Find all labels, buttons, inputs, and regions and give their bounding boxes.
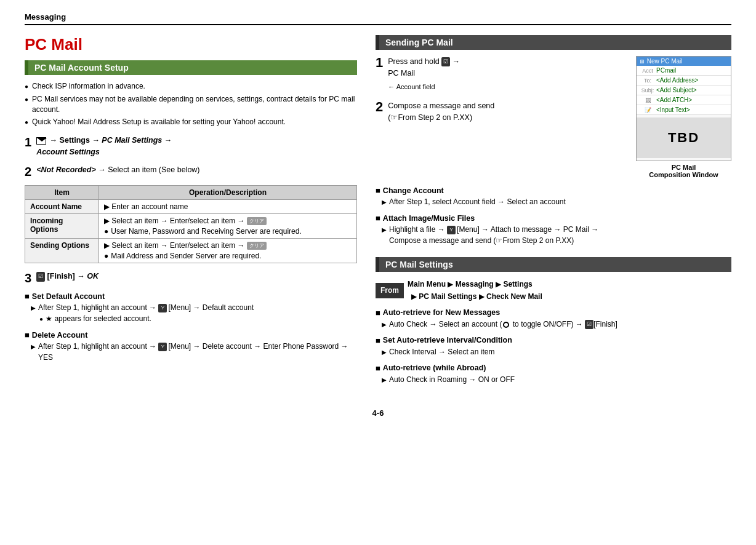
clear-icon: クリア	[247, 217, 267, 225]
table-cell-desc: ▶ Enter an account name	[99, 199, 357, 213]
mail-window-row: 📝 <Input Text>	[637, 105, 731, 115]
tbd-box: TBD	[637, 117, 731, 158]
page-container: Messaging PC Mail PC Mail Account Setup …	[25, 12, 731, 418]
table-cell-desc: ▶ Select an item → Enter/select an item …	[99, 213, 357, 238]
sub-body-delete: After Step 1, highlight an account → Y[M…	[25, 341, 357, 363]
sub-title-delete: Delete Account	[25, 330, 357, 340]
finish-icon: ☑	[441, 57, 450, 67]
sub-body-abroad: Auto Check in Roaming → ON or OFF	[376, 374, 731, 385]
settings-label: PC Mail Settings	[385, 260, 453, 269]
sub-body-attach: Highlight a file → Y[Menu] → Attach to m…	[376, 224, 731, 246]
account-setup-label: PC Mail Account Setup	[34, 63, 129, 73]
sub-body-interval: Check Interval → Select an item	[376, 346, 731, 357]
table-header-desc: Operation/Description	[99, 185, 357, 199]
mail-window-row: To: <Add Address>	[637, 76, 731, 86]
sending-section-header: Sending PC Mail	[376, 35, 731, 50]
bullet-item: PC Mail services may not be available de…	[25, 94, 357, 115]
from-row: From Main Menu ▶ Messaging ▶ Settings ▶ …	[376, 278, 731, 303]
step2-number: 2	[25, 164, 31, 179]
send-step1-number: 1	[376, 56, 383, 70]
from-path: Main Menu ▶ Messaging ▶ Settings ▶ PC Ma…	[408, 278, 542, 303]
composition-steps: 1 Press and hold ☑ → PC Mail ← Account f…	[376, 56, 624, 132]
step1-row: 1 → Settings → PC Mail Settings → Accoun…	[25, 135, 357, 158]
sub-body-default: After Step 1, highlight an account → Y[M…	[25, 302, 357, 324]
sub-title-abroad: Auto-retrieve (while Abroad)	[376, 364, 731, 373]
step1-content: → Settings → PC Mail Settings → Account …	[36, 135, 172, 158]
sub-section-change-account: Change Account After Step 1, select Acco…	[376, 186, 731, 207]
section-account-setup-header: PC Mail Account Setup	[25, 60, 357, 75]
sub-title-interval: Set Auto-retrieve Interval/Condition	[376, 336, 731, 345]
mail-window-caption: PC MailComposition Window	[636, 164, 731, 178]
from-badge: From	[376, 283, 404, 298]
mail-window-row: 🖼 <Add ATCH>	[637, 95, 731, 105]
mail-window: 🗉 New PC Mail Acct PCmail To: <Add Addre…	[636, 56, 731, 178]
mail-window-row: Acct PCmail	[637, 66, 731, 76]
radio-icon	[503, 322, 509, 328]
send-step1: 1 Press and hold ☑ → PC Mail ← Account f…	[376, 56, 624, 92]
mail-window-title: 🗉 New PC Mail	[637, 57, 731, 66]
menu-icon: Y	[158, 343, 167, 351]
sub-section-attach: Attach Image/Music Files Highlight a fil…	[376, 213, 731, 246]
send-step2: 2 Compose a message and send (☞From Step…	[376, 100, 624, 124]
main-title: PC Mail	[25, 35, 357, 54]
table-cell-desc: ▶ Select an item → Enter/select an item …	[99, 239, 357, 263]
sub-section-auto-retrieve: Auto-retrieve for New Messages Auto Chec…	[376, 308, 731, 330]
table-row: Account Name ▶ Enter an account name	[25, 199, 357, 213]
table-row: Sending Options ▶ Select an item → Enter…	[25, 239, 357, 263]
finish-icon: ☑	[585, 320, 593, 330]
menu-icon: Y	[447, 226, 456, 234]
sending-label: Sending PC Mail	[385, 38, 453, 47]
bullet-item: Quick Yahoo! Mail Address Setup is avail…	[25, 117, 357, 127]
table-row: IncomingOptions ▶ Select an item → Enter…	[25, 213, 357, 238]
table-header-item: Item	[25, 185, 99, 199]
table-cell-item: Account Name	[25, 199, 99, 213]
sub-body-change-account: After Step 1, select Account field → Sel…	[376, 196, 731, 207]
two-column-layout: PC Mail PC Mail Account Setup Check ISP …	[25, 35, 731, 396]
step1-block: 1 → Settings → PC Mail Settings → Accoun…	[25, 135, 357, 158]
sub-body-auto-retrieve: Auto Check → Select an account ( to togg…	[376, 319, 731, 330]
finish-icon: ☑	[36, 272, 45, 282]
mail-window-image: 🗉 New PC Mail Acct PCmail To: <Add Addre…	[636, 56, 731, 161]
step2-row: 2 <Not Recorded> → Select an item (See b…	[25, 164, 357, 179]
settings-section: PC Mail Settings From Main Menu ▶ Messag…	[376, 257, 731, 385]
sub-title-change-account: Change Account	[376, 186, 731, 195]
step2-block: 2 <Not Recorded> → Select an item (See b…	[25, 164, 357, 179]
table-cell-item: Sending Options	[25, 239, 99, 263]
send-step2-number: 2	[376, 100, 383, 114]
sub-section-default: Set Default Account After Step 1, highli…	[25, 292, 357, 324]
account-field-label: ← Account field	[388, 82, 460, 92]
sub-section-delete: Delete Account After Step 1, highlight a…	[25, 330, 357, 363]
composition-area: 1 Press and hold ☑ → PC Mail ← Account f…	[376, 56, 731, 178]
step3-content: ☑ [Finish] → OK	[36, 271, 99, 282]
header-title: Messaging	[25, 12, 66, 22]
sub-title-auto-retrieve: Auto-retrieve for New Messages	[376, 308, 731, 317]
step1-number: 1	[25, 135, 31, 149]
sub-section-abroad: Auto-retrieve (while Abroad) Auto Check …	[376, 364, 731, 385]
sending-section: Sending PC Mail 1 Press and hold ☑ → PC …	[376, 35, 731, 246]
step3-number: 3	[25, 271, 31, 285]
page-header: Messaging	[25, 12, 731, 25]
mail-icon	[36, 137, 46, 145]
send-step2-content: Compose a message and send (☞From Step 2…	[388, 100, 494, 124]
setup-table: Item Operation/Description Account Name …	[25, 185, 357, 264]
step2-content: <Not Recorded> → Select an item (See bel…	[36, 164, 199, 176]
left-column: PC Mail PC Mail Account Setup Check ISP …	[25, 35, 357, 396]
sub-section-interval: Set Auto-retrieve Interval/Condition Che…	[376, 336, 731, 357]
page-number: 4-6	[25, 408, 731, 418]
mail-window-row: Subj: <Add Subject>	[637, 86, 731, 95]
menu-icon: Y	[158, 304, 167, 312]
clear-icon: クリア	[247, 242, 267, 250]
step3-row: 3 ☑ [Finish] → OK	[25, 271, 357, 285]
bullet-item: Check ISP information in advance.	[25, 81, 357, 92]
sub-title-attach: Attach Image/Music Files	[376, 213, 731, 223]
right-column: Sending PC Mail 1 Press and hold ☑ → PC …	[376, 35, 731, 396]
step3-block: 3 ☑ [Finish] → OK	[25, 271, 357, 285]
settings-section-header: PC Mail Settings	[376, 257, 731, 272]
table-cell-item: IncomingOptions	[25, 213, 99, 238]
bullet-list: Check ISP information in advance. PC Mai…	[25, 81, 357, 127]
send-step1-content: Press and hold ☑ → PC Mail ← Account fie…	[388, 56, 460, 92]
sub-title-default: Set Default Account	[25, 292, 357, 301]
